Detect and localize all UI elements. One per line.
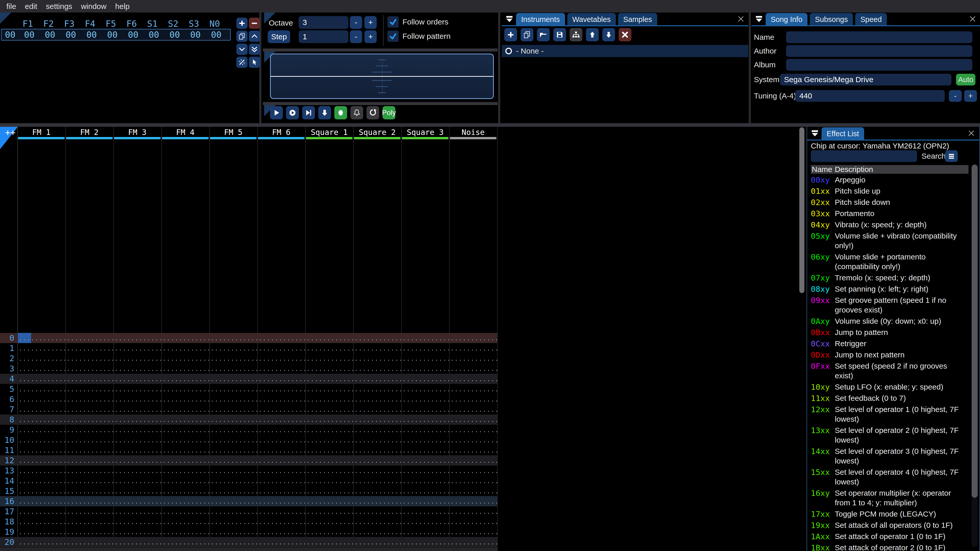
pattern-cell[interactable]: ............ — [18, 527, 65, 537]
pattern-cell[interactable]: ............ — [305, 414, 353, 425]
channel-header-square-3[interactable]: Square 3 — [401, 127, 449, 140]
pattern-cell[interactable]: ............ — [18, 445, 65, 455]
pattern-cell[interactable]: ............ — [305, 384, 353, 394]
pattern-cell[interactable]: ............ — [401, 476, 449, 486]
pattern-cell[interactable]: ............ — [18, 507, 65, 516]
orders-cell[interactable]: 00 — [185, 30, 206, 40]
pattern-cell[interactable]: ............ — [257, 476, 305, 486]
pattern-cell[interactable]: ............ — [353, 374, 401, 384]
tab-wavetables[interactable]: Wavetables — [567, 13, 616, 26]
pattern-cell[interactable]: ............ — [65, 445, 113, 455]
pattern-cell[interactable]: ............ — [65, 333, 113, 343]
pattern-cell[interactable]: ............ — [305, 353, 353, 364]
pattern-cell[interactable]: ............ — [449, 404, 497, 414]
orders-row[interactable]: 00 00000000000000000000 — [2, 30, 230, 40]
orders-double-chevron-down-button[interactable] — [249, 44, 260, 55]
pattern-cell[interactable]: ............ — [161, 537, 209, 547]
pattern-cell[interactable]: ............ — [161, 404, 209, 414]
tab-instruments[interactable]: Instruments — [516, 13, 565, 26]
pattern-cell[interactable]: ............ — [209, 404, 257, 414]
collapse-window-button[interactable] — [504, 14, 515, 25]
pattern-cell[interactable]: ............ — [161, 374, 209, 384]
pattern-cell[interactable]: ............ — [401, 384, 449, 394]
pattern-cell[interactable]: ............ — [18, 516, 65, 527]
octave-decrease-button[interactable]: - — [350, 16, 362, 29]
pattern-row-18[interactable]: 18......................................… — [0, 516, 497, 527]
pattern-cell[interactable]: ............ — [257, 516, 305, 527]
pattern-cell[interactable]: ............ — [401, 374, 449, 384]
pattern-cell[interactable]: ............ — [113, 445, 161, 455]
pattern-cell[interactable]: ............ — [18, 435, 65, 445]
pattern-row-9[interactable]: 9.......................................… — [0, 425, 497, 435]
pattern-cell[interactable]: ............ — [449, 486, 497, 496]
pattern-cell[interactable]: ............ — [113, 496, 161, 507]
pattern-cell[interactable]: ............ — [449, 516, 497, 527]
pattern-row-11[interactable]: 11......................................… — [0, 445, 497, 455]
pattern-row-16[interactable]: 16......................................… — [0, 496, 497, 507]
pattern-cell[interactable]: ............ — [18, 353, 65, 364]
pattern-cell[interactable]: ............ — [449, 455, 497, 465]
pattern-cell[interactable]: ............ — [401, 537, 449, 547]
pattern-cell[interactable]: ............ — [353, 507, 401, 516]
pattern-cell[interactable]: ............ — [113, 394, 161, 404]
pattern-cell[interactable]: ............ — [353, 537, 401, 547]
effect-row-06xy[interactable]: 06xyVolume slide + portamento (compatibi… — [811, 251, 969, 272]
instrument-tree-button[interactable] — [570, 28, 582, 41]
pattern-cell[interactable]: ............ — [209, 394, 257, 404]
pattern-cell[interactable]: ............ — [209, 343, 257, 353]
pattern-cell[interactable]: ............ — [113, 374, 161, 384]
pattern-cell[interactable]: ............ — [401, 455, 449, 465]
pattern-cell[interactable]: ............ — [65, 384, 113, 394]
song-author-input[interactable] — [786, 45, 972, 57]
pattern-cell[interactable]: ............ — [257, 455, 305, 465]
pattern-cell[interactable]: ............ — [257, 394, 305, 404]
pattern-cell[interactable]: ............ — [305, 547, 353, 551]
pattern-cell[interactable]: ............ — [209, 486, 257, 496]
step-down-button[interactable] — [318, 106, 331, 119]
pattern-cell[interactable]: ............ — [257, 333, 305, 343]
pattern-cell[interactable]: ............ — [65, 486, 113, 496]
pattern-cell[interactable]: ............ — [353, 547, 401, 551]
separator[interactable] — [263, 102, 498, 105]
effect-row-03xx[interactable]: 03xxPortamento — [811, 208, 969, 219]
instrument-save-button[interactable] — [553, 28, 566, 41]
pattern-cell[interactable]: ............ — [18, 537, 65, 547]
pattern-cell[interactable]: ............ — [257, 404, 305, 414]
instrument-delete-x-button[interactable] — [619, 28, 632, 41]
pattern-cell[interactable]: ............ — [353, 445, 401, 455]
pattern-cell[interactable]: ............ — [353, 465, 401, 476]
step-decrease-button[interactable]: - — [350, 30, 362, 43]
pattern-cell[interactable]: ............ — [161, 496, 209, 507]
pattern-cell[interactable]: ............ — [305, 507, 353, 516]
pattern-cell[interactable]: ............ — [449, 537, 497, 547]
pattern-cell[interactable]: ............ — [161, 486, 209, 496]
effect-row-02xx[interactable]: 02xxPitch slide down — [811, 197, 969, 208]
pattern-cell[interactable]: ............ — [401, 516, 449, 527]
pattern-cell[interactable]: ............ — [209, 537, 257, 547]
step-button[interactable]: Step — [268, 30, 290, 43]
orders-remove-button[interactable] — [249, 17, 260, 29]
pattern-cell[interactable]: ............ — [113, 404, 161, 414]
pattern-cell[interactable]: ............ — [305, 465, 353, 476]
orders-cell[interactable]: 00 — [102, 30, 123, 40]
pattern-cell[interactable]: ............ — [209, 384, 257, 394]
pattern-cell[interactable]: ............ — [449, 527, 497, 537]
pattern-cell[interactable]: ............ — [257, 496, 305, 507]
pattern-cell[interactable]: ............ — [401, 507, 449, 516]
pattern-cell[interactable]: ............ — [449, 496, 497, 507]
pattern-row-4[interactable]: 4.......................................… — [0, 374, 497, 384]
pattern-cell[interactable]: ............ — [209, 465, 257, 476]
orders-selected-row[interactable]: 00 00000000000000000000 — [1, 29, 231, 41]
orders-cell[interactable]: 00 — [206, 30, 227, 40]
effect-row-11xx[interactable]: 11xxSet feedback (0 to 7) — [811, 392, 969, 404]
pattern-row-17[interactable]: 17......................................… — [0, 507, 497, 516]
effect-row-1Axx[interactable]: 1AxxSet attack of operator 1 (0 to 1F) — [811, 531, 969, 542]
pattern-expand-button[interactable]: ++ — [5, 127, 16, 138]
close-window-button[interactable] — [736, 14, 746, 24]
pattern-cell[interactable]: ............ — [161, 333, 209, 343]
pattern-row-1[interactable]: 1.......................................… — [0, 343, 497, 353]
pattern-row-7[interactable]: 7.......................................… — [0, 404, 497, 414]
pattern-cell[interactable]: ............ — [353, 414, 401, 425]
pattern-cell[interactable]: ............ — [65, 414, 113, 425]
follow-pattern-checkbox[interactable] — [387, 30, 399, 42]
